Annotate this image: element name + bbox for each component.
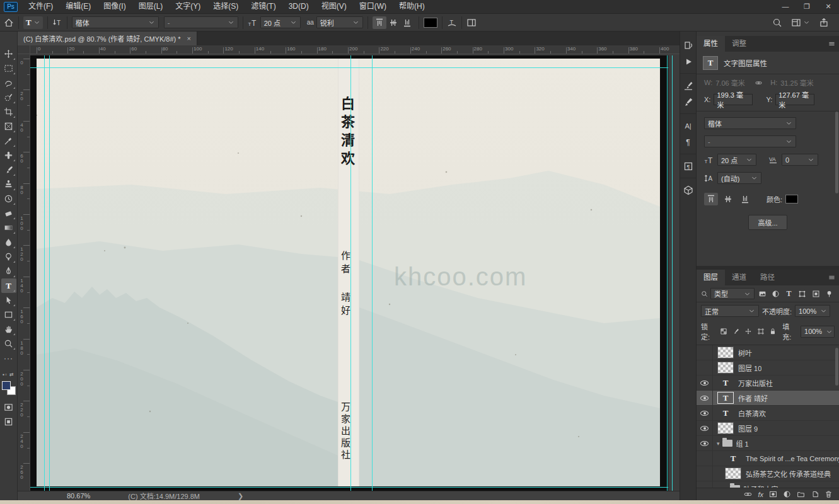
layer-thumbnail[interactable] (717, 346, 734, 358)
layer-name[interactable]: 图层 10 (738, 363, 761, 373)
type-filter-icon[interactable]: T (784, 288, 794, 299)
close-button[interactable]: ✕ (818, 0, 839, 13)
lock-transparency-icon[interactable] (719, 327, 728, 336)
leading-select[interactable]: (自动) (717, 172, 761, 184)
layer-row-5[interactable]: 图层 9 (697, 421, 839, 436)
layer-name[interactable]: 万家出版社 (738, 378, 773, 388)
shape-filter-icon[interactable] (797, 288, 807, 299)
layer-thumbnail[interactable] (725, 467, 741, 479)
foreground-color-swatch[interactable] (2, 381, 11, 390)
text-layer-thumbnail[interactable]: T (717, 392, 734, 404)
add-mask-icon[interactable] (769, 490, 777, 498)
lasso-tool[interactable] (1, 76, 16, 90)
text-layer-thumbnail[interactable]: T (725, 452, 741, 464)
layer-visibility-eye-icon[interactable] (697, 421, 713, 436)
foreground-background-swatches[interactable] (2, 381, 16, 395)
layer-row-0[interactable]: 树叶 (697, 345, 839, 360)
tool-preset-button[interactable]: T (23, 16, 43, 29)
tracking-select[interactable]: 0 (782, 154, 818, 166)
document-tab[interactable]: (C) 白茶清欢.psd @ 80.7% (作者 靖好, CMYK/8#) * … (18, 32, 197, 45)
text-layer-thumbnail[interactable]: T (717, 407, 734, 419)
guide-horizontal[interactable] (30, 487, 668, 488)
clone-stamp-tool[interactable] (1, 177, 16, 192)
opacity-select[interactable]: 100% (795, 305, 830, 317)
layer-thumbnail[interactable] (717, 422, 734, 434)
layer-row-3[interactable]: T作者 靖好 (697, 391, 839, 406)
tab-properties[interactable]: 属性 (697, 36, 725, 52)
lock-artboard-icon[interactable] (756, 327, 765, 336)
menu-item-9[interactable]: 窗口(W) (354, 0, 392, 13)
layer-visibility-empty[interactable] (697, 360, 713, 375)
layer-name[interactable]: 叶子和小字 (744, 484, 778, 488)
menu-item-6[interactable]: 滤镜(T) (245, 0, 281, 13)
brush-settings-panel-icon[interactable] (681, 78, 696, 93)
props-align-bottom-button[interactable] (738, 193, 752, 205)
new-group-icon[interactable] (797, 490, 805, 498)
spine-publisher-text[interactable]: 万家出版社 (338, 402, 352, 462)
healing-brush-tool[interactable] (1, 148, 16, 163)
guide-vertical[interactable] (667, 55, 668, 491)
size-select[interactable]: 20 点 (717, 154, 756, 166)
menu-item-4[interactable]: 文字(Y) (170, 0, 206, 13)
layer-visibility-empty[interactable] (697, 466, 713, 481)
menu-item-1[interactable]: 编辑(E) (60, 0, 96, 13)
layer-visibility-eye-icon[interactable] (697, 375, 713, 391)
y-position-field[interactable]: 127.67 毫米 (775, 94, 814, 105)
props-align-center-button[interactable] (721, 193, 735, 205)
delete-layer-icon[interactable] (825, 490, 833, 498)
home-icon[interactable] (4, 18, 14, 28)
document-viewport[interactable]: 白茶清欢 作者 靖好 万家出版社 khcoo.com (30, 54, 680, 491)
paragraph-styles-panel-icon[interactable]: ¶ (681, 159, 696, 174)
lock-all-icon[interactable] (769, 327, 778, 336)
status-chevron-icon[interactable]: ❯ (238, 492, 243, 500)
filter-type-select[interactable]: 类型 (710, 288, 755, 299)
link-layers-icon[interactable] (744, 490, 752, 498)
move-tool[interactable] (1, 47, 16, 61)
align-center-button[interactable] (386, 16, 400, 29)
layer-visibility-empty[interactable] (697, 481, 713, 488)
menu-item-2[interactable]: 图像(I) (98, 0, 131, 13)
menu-item-10[interactable]: 帮助(H) (393, 0, 431, 13)
spine-title-text[interactable]: 白茶清欢 (337, 96, 357, 169)
edit-toolbar[interactable]: ··· (1, 351, 16, 365)
tab-layers[interactable]: 图层 (697, 270, 725, 285)
layer-row-6[interactable]: ▾组 1 (697, 436, 839, 451)
guide-vertical[interactable] (44, 55, 45, 491)
tab-channels[interactable]: 通道 (725, 270, 753, 285)
workspace-icon[interactable] (791, 18, 801, 28)
layer-row-4[interactable]: T白茶清欢 (697, 406, 839, 421)
guide-horizontal[interactable] (30, 67, 668, 68)
toggle-panels-icon[interactable] (466, 18, 477, 28)
marquee-tool[interactable] (1, 61, 16, 76)
brush-tool[interactable] (1, 163, 16, 177)
eraser-tool[interactable] (1, 206, 16, 220)
lock-paint-icon[interactable] (732, 327, 741, 336)
smart-object-filter-icon[interactable] (811, 288, 821, 299)
dodge-tool[interactable] (1, 249, 16, 264)
font-style-select[interactable]: - (164, 16, 238, 28)
menu-item-7[interactable]: 3D(D) (283, 0, 315, 13)
brushes-panel-icon[interactable] (681, 94, 696, 110)
layer-name[interactable]: 图层 9 (738, 423, 758, 433)
menu-item-0[interactable]: 文件(F) (23, 0, 59, 13)
properties-scrollbar[interactable] (835, 112, 838, 193)
minimize-button[interactable]: — (775, 0, 796, 13)
tab-close-icon[interactable]: × (187, 35, 191, 42)
panel-menu-icon[interactable] (828, 274, 835, 281)
search-icon[interactable] (772, 18, 782, 28)
group-expand-icon[interactable]: ▾ (717, 440, 720, 447)
group-expand-icon[interactable]: ▾ (724, 486, 727, 488)
font-family-select[interactable]: 楷体 (72, 16, 159, 28)
menu-item-8[interactable]: 视图(V) (316, 0, 352, 13)
gradient-tool[interactable] (1, 220, 16, 235)
tab-adjustments[interactable]: 调整 (725, 36, 753, 52)
props-font-style-select[interactable]: - (704, 135, 796, 147)
layer-visibility-eye-icon[interactable] (697, 406, 713, 421)
filter-pin-icon[interactable] (824, 288, 835, 299)
zoom-level-field[interactable]: 80.67% (67, 492, 90, 500)
hand-tool[interactable] (1, 322, 16, 336)
paragraph-panel-icon[interactable]: ¶ (681, 135, 696, 150)
frame-tool[interactable] (1, 119, 16, 134)
blend-mode-select[interactable]: 正常 (701, 305, 759, 317)
spine-author-text[interactable]: 作者 靖好 (338, 251, 352, 319)
